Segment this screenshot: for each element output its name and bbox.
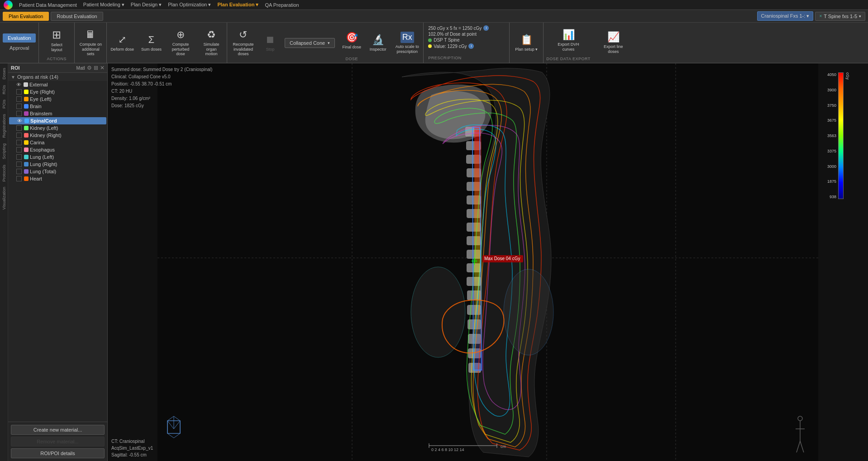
compute-perturbed-button[interactable]: ⊕ Compute perturbed dose <box>167 28 194 57</box>
remove-material-button[interactable]: Remove material... <box>11 437 105 447</box>
simulate-organ-button[interactable]: ♻ Simulate organ motion <box>198 28 225 57</box>
roi-item-esophagus[interactable]: Esophagus <box>8 146 107 153</box>
checkbox-eye-left[interactable] <box>16 96 22 102</box>
collapsed-cone-dropdown[interactable]: Collapsed Cone ▾ <box>285 38 335 48</box>
stop-label: Stop <box>266 47 275 52</box>
compute-perturbed-icon: ⊕ <box>176 29 185 41</box>
tab-robust-evaluation[interactable]: Robust Evaluation <box>51 12 103 21</box>
eval-tab-approval[interactable]: Approval <box>3 43 36 52</box>
checkbox-kidney-left[interactable] <box>16 125 22 131</box>
roi-item-lung-total[interactable]: Lung (Total) <box>8 168 107 175</box>
nav-plan-evaluation[interactable]: Plan Evaluation ▾ <box>217 2 258 8</box>
export-dvh-button[interactable]: 📊 Export DVH curves <box>551 28 586 53</box>
roi-color-kidney-left <box>24 126 29 130</box>
select-layout-label: Select layout <box>45 43 68 52</box>
plan1-label: Craniospinal Fxs 1-: ▾ <box>761 13 810 19</box>
roi-item-heart[interactable]: Heart <box>8 175 107 182</box>
roi-panel-title: ROI <box>11 65 67 71</box>
side-tab-pois[interactable]: POIs <box>1 97 7 111</box>
roi-color-heart <box>24 176 29 181</box>
checkbox-lung-left[interactable] <box>16 154 22 160</box>
checkbox-lung-right[interactable] <box>16 162 22 167</box>
simulate-organ-icon: ♻ <box>207 29 216 41</box>
roi-color-eye-left <box>24 97 29 101</box>
roi-item-brainstem[interactable]: Brainstem <box>8 110 107 117</box>
final-dose-icon: 🎯 <box>346 32 358 43</box>
checkbox-kidney-right[interactable] <box>16 133 22 138</box>
side-tab-doses[interactable]: Doses <box>1 65 7 82</box>
roi-label-eye-left: Eye (Left) <box>30 96 105 102</box>
eye-icon-external[interactable]: 👁 <box>16 82 21 87</box>
compute-perturbed-label: Compute perturbed dose <box>169 42 192 57</box>
recompute-icon: ↺ <box>239 29 247 41</box>
plan-setup-button[interactable]: 📋 Plan setup ▾ <box>512 33 540 52</box>
roi-item-eye-right[interactable]: Eye (Right) <box>8 88 107 95</box>
roi-label-esophagus: Esophagus <box>30 147 105 152</box>
dose-data-export-label: DOSE DATA EXPORT <box>546 57 591 61</box>
colorbar-label-5: 3375 <box>827 149 836 153</box>
tab-plan-evaluation[interactable]: Plan Evaluation <box>3 12 49 21</box>
roi-item-kidney-right[interactable]: Kidney (Right) <box>8 132 107 139</box>
checkbox-brainstem[interactable] <box>16 111 22 116</box>
stop-button[interactable]: ⏹ Stop <box>261 33 279 52</box>
organs-group-header[interactable]: ▼ Organs at risk (14) <box>8 73 107 81</box>
info-icon-1[interactable]: i <box>483 25 489 31</box>
roi-item-brain[interactable]: Brain <box>8 103 107 110</box>
colorbar-label-4: 3563 <box>827 133 836 138</box>
roi-item-carina[interactable]: Carina <box>8 139 107 146</box>
nav-patient-modeling[interactable]: Patient Modeling ▾ <box>83 2 124 8</box>
select-layout-button[interactable]: ⊞ Select layout <box>43 28 71 53</box>
side-tab-registrations[interactable]: Registrations <box>1 111 7 141</box>
export-line-button[interactable]: 📈 Export line doses <box>596 30 631 55</box>
roi-item-eye-left[interactable]: Eye (Left) <box>8 95 107 103</box>
presc-line1: 250 cGy x 5 fx = 1250 cGy i <box>428 25 505 31</box>
roi-item-external[interactable]: 👁 External <box>8 81 107 88</box>
side-tab-scripting[interactable]: Scripting <box>1 141 7 162</box>
deform-dose-button[interactable]: ⤢ Deform dose <box>109 33 136 53</box>
checkbox-carina[interactable] <box>16 140 22 145</box>
side-tab-visualization[interactable]: Visualization <box>1 184 7 212</box>
nav-plan-design[interactable]: Plan Design ▾ <box>131 2 162 8</box>
inspector-button[interactable]: 🔬 Inspector <box>367 33 389 52</box>
roi-item-kidney-left[interactable]: Kidney (Left) <box>8 124 107 132</box>
final-dose-button[interactable]: 🎯 Final dose <box>340 31 363 50</box>
roi-item-lung-left[interactable]: Lung (Left) <box>8 153 107 161</box>
create-material-button[interactable]: Create new material... <box>11 425 105 435</box>
info-icon-2[interactable]: i <box>468 43 474 49</box>
checkbox-heart[interactable] <box>16 176 22 181</box>
recompute-invalidated-button[interactable]: ↺ Recompute invalidated doses <box>229 28 258 57</box>
panel-icon-2[interactable]: ⊞ <box>94 65 98 71</box>
roi-label-carina: Carina <box>30 140 105 145</box>
side-tab-protocols[interactable]: Protocols <box>1 162 7 185</box>
plan-dropdown-1[interactable]: Craniospinal Fxs 1-: ▾ <box>757 11 814 21</box>
checkbox-eye-right[interactable] <box>16 89 22 95</box>
nav-plan-optimization[interactable]: Plan Optimization ▾ <box>168 2 211 8</box>
colorbar-label-2: 3750 <box>827 103 836 108</box>
panel-icon-3[interactable]: ✕ <box>100 65 105 71</box>
export-line-label: Export line doses <box>599 44 628 54</box>
panel-icon-1[interactable]: ⚙ <box>87 65 92 71</box>
roi-label-brain: Brain <box>30 104 105 109</box>
roi-item-lung-right[interactable]: Lung (Right) <box>8 161 107 168</box>
checkbox-esophagus[interactable] <box>16 147 22 152</box>
roi-color-eye-right <box>24 90 29 94</box>
compute-additional-button[interactable]: 🖩 Compute on additional sets <box>76 28 105 57</box>
checkbox-lung-total[interactable] <box>16 169 22 174</box>
side-tab-rois[interactable]: ROIs <box>1 82 7 97</box>
eval-tab-evaluation[interactable]: Evaluation <box>3 33 36 43</box>
roi-poi-details-button[interactable]: ROI/POI details <box>11 448 105 458</box>
roi-label-lung-total: Lung (Total) <box>30 169 105 174</box>
nav-qa-preparation[interactable]: QA Preparation <box>265 2 299 8</box>
sum-doses-icon: Σ <box>148 34 155 46</box>
plan-tab-2[interactable]: × T Spine fxs 1-5 ▾ <box>815 12 865 21</box>
eye-icon-spinalcord[interactable]: 👁 <box>17 118 22 124</box>
app-logo <box>4 0 13 10</box>
checkbox-brain[interactable] <box>16 104 22 109</box>
roi-label-kidney-right: Kidney (Right) <box>30 133 105 138</box>
sum-doses-button[interactable]: Σ Sum doses <box>139 33 163 53</box>
auto-scale-button[interactable]: Rx Auto scale to prescription <box>393 31 421 55</box>
roi-label-heart: Heart <box>30 176 105 181</box>
nav-patient-data[interactable]: Patient Data Management <box>19 2 77 8</box>
simulate-organ-label: Simulate organ motion <box>200 42 223 57</box>
roi-item-spinalcord[interactable]: 👁 SpinalCord <box>9 117 106 124</box>
